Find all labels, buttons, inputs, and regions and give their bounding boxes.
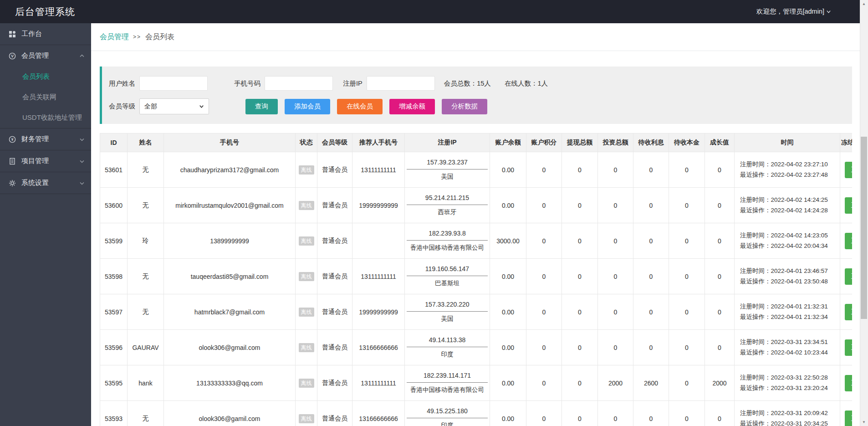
ip-link[interactable]: 157.33.220.220 — [407, 301, 488, 312]
admin-screen: 后台管理系统 欢迎您，管理员[admin] 工作台 V 会员管理 — [0, 0, 868, 426]
online-members-button[interactable]: 在线会员 — [337, 99, 383, 114]
ip-link[interactable]: 49.15.225.180 — [407, 407, 488, 418]
cell-name: 无 — [128, 152, 164, 188]
status-action-button[interactable]: 正常 — [845, 375, 852, 391]
cell-points: 0 — [526, 294, 562, 330]
last-operation-value: 2022-03-31 20:34:25 — [771, 420, 828, 426]
cell-frozen-action: 正常 — [840, 188, 853, 223]
status-badge: 离线 — [299, 414, 314, 423]
cell-pending-interest: 0 — [633, 152, 669, 188]
adjust-balance-button[interactable]: 增减余额 — [389, 99, 435, 114]
cell-withdrawal-total: 0 — [562, 294, 598, 330]
scrollbar-thumb[interactable] — [861, 137, 867, 319]
ip-link[interactable]: 95.214.211.215 — [407, 194, 488, 205]
ip-link[interactable]: 49.14.113.38 — [407, 336, 488, 347]
cell-id: 53595 — [100, 365, 128, 401]
cell-frozen-action: 正常 — [840, 259, 853, 294]
cell-level: 普通会员 — [317, 223, 352, 259]
sidebar-item-workbench[interactable]: 工作台 — [0, 23, 91, 45]
last-operation-label: 最近操作： — [740, 207, 771, 214]
cell-investment-total: 0 — [598, 401, 633, 426]
top-bar: 后台管理系统 欢迎您，管理员[admin] — [0, 0, 868, 23]
cell-register-ip: 49.15.225.180 印度 — [405, 401, 490, 426]
last-operation-label: 最近操作： — [740, 385, 771, 391]
column-header-15: 时间 — [735, 133, 840, 152]
last-operation-value: 2022-04-01 23:50:48 — [771, 278, 828, 285]
cell-points: 0 — [526, 401, 562, 426]
table-row: 53595 hank 13133333333@qq.com 离线 普通会员 13… — [100, 365, 853, 401]
sidebar-item-project-management[interactable]: 项目管理 — [0, 150, 91, 172]
status-action-button[interactable]: 正常 — [845, 339, 852, 356]
cell-balance: 0.00 — [490, 401, 526, 426]
user-menu[interactable]: 欢迎您，管理员[admin] — [756, 0, 831, 23]
cell-pending-interest: 0 — [633, 330, 669, 365]
sidebar-item-usdt-address[interactable]: USDT收款地址管理 — [0, 108, 91, 128]
project-icon — [8, 158, 16, 165]
cell-investment-total: 0 — [598, 294, 633, 330]
analyze-data-button[interactable]: 分析数据 — [442, 99, 487, 114]
cell-time: 注册时间：2022-03-31 23:34:51 最近操作：2022-04-02… — [735, 330, 840, 365]
content: 用户姓名 手机号码 注册IP 会员总数：15人 在线人数：1人 会员等级 全部 — [91, 51, 860, 426]
ip-location: 巴基斯坦 — [435, 280, 460, 287]
cell-withdrawal-total: 0 — [562, 223, 598, 259]
status-action-button[interactable]: 正常 — [845, 233, 852, 249]
cell-name: 无 — [128, 401, 164, 426]
cell-pending-interest: 2600 — [633, 365, 669, 401]
cell-status: 离线 — [296, 223, 317, 259]
cell-register-ip: 182.239.93.8 香港中国移动香港有限公司 — [405, 223, 490, 259]
ip-link[interactable]: 182.239.93.8 — [407, 230, 488, 241]
vertical-scrollbar[interactable]: ▲ ▼ — [860, 0, 868, 426]
cell-investment-total: 0 — [598, 223, 633, 259]
status-action-button[interactable]: 正常 — [845, 197, 852, 214]
member-table: ID姓名手机号状态会员等级推荐人手机号注册IP账户余额账户积分提现总额投资总额待… — [100, 133, 852, 426]
cell-growth: 0 — [705, 223, 735, 259]
main-area: 会员管理 >> 会员列表 用户姓名 手机号码 注册IP 会员总数：15人 在线人… — [91, 23, 860, 426]
last-operation-value: 2022-04-02 14:24:28 — [771, 207, 828, 214]
cell-referrer: 13111111111 — [352, 365, 405, 401]
cell-investment-total: 0 — [598, 152, 633, 188]
sidebar-item-system-settings[interactable]: 系统设置 — [0, 172, 91, 194]
scrollbar-down-arrow[interactable]: ▼ — [860, 418, 868, 426]
scrollbar-up-arrow[interactable]: ▲ — [860, 0, 868, 8]
username-input[interactable] — [139, 76, 208, 91]
register-time-label: 注册时间： — [740, 339, 771, 345]
query-button[interactable]: 查询 — [245, 99, 278, 114]
cell-points: 0 — [526, 259, 562, 294]
column-header-12: 待收利息 — [633, 133, 669, 152]
app-title: 后台管理系统 — [15, 0, 75, 23]
register-time-label: 注册时间： — [740, 410, 771, 416]
breadcrumb-section-link[interactable]: 会员管理 — [100, 32, 129, 42]
online-count-stat: 在线人数：1人 — [505, 80, 548, 87]
cell-withdrawal-total: 0 — [562, 259, 598, 294]
member-level-select[interactable]: 全部 — [139, 98, 209, 114]
cell-referrer: 19999999999 — [352, 188, 405, 223]
add-member-button[interactable]: 添加会员 — [285, 99, 330, 114]
cell-name: 无 — [128, 259, 164, 294]
table-row: 53601 无 chaudharyprizam3172@gmail.com 离线… — [100, 152, 853, 188]
dashboard-icon — [8, 31, 16, 38]
status-badge: 离线 — [299, 343, 314, 352]
status-action-button[interactable]: 正常 — [845, 304, 852, 320]
cell-pending-principal: 0 — [669, 188, 705, 223]
cell-points: 0 — [526, 365, 562, 401]
cell-time: 注册时间：2022-03-31 20:09:42 最近操作：2022-03-31… — [735, 401, 840, 426]
ip-link[interactable]: 119.160.56.147 — [407, 265, 488, 276]
column-header-16: 冻结 — [840, 133, 853, 152]
ip-link[interactable]: 157.39.23.237 — [407, 159, 488, 169]
status-action-button[interactable]: 正常 — [845, 268, 852, 285]
status-action-button[interactable]: 正常 — [845, 162, 852, 178]
ip-link[interactable]: 182.239.114.171 — [407, 372, 488, 383]
table-row: 53599 玲 13899999999 离线 普通会员 182.239.93.8… — [100, 223, 853, 259]
phone-input[interactable] — [265, 76, 333, 91]
sidebar-item-finance-management[interactable]: ¥ 财务管理 — [0, 128, 91, 150]
sidebar-item-member-management[interactable]: V 会员管理 — [0, 45, 91, 67]
status-action-button[interactable]: 正常 — [845, 411, 852, 426]
register-ip-input[interactable] — [367, 76, 435, 91]
sidebar-item-member-network[interactable]: 会员关联网 — [0, 87, 91, 108]
last-operation-value: 2022-04-02 20:04:34 — [771, 242, 828, 249]
sidebar-item-member-list[interactable]: 会员列表 — [0, 67, 91, 87]
cell-withdrawal-total: 0 — [562, 188, 598, 223]
cell-balance: 3000.00 — [490, 223, 526, 259]
register-time-label: 注册时间： — [740, 374, 771, 381]
cell-growth: 0 — [705, 188, 735, 223]
